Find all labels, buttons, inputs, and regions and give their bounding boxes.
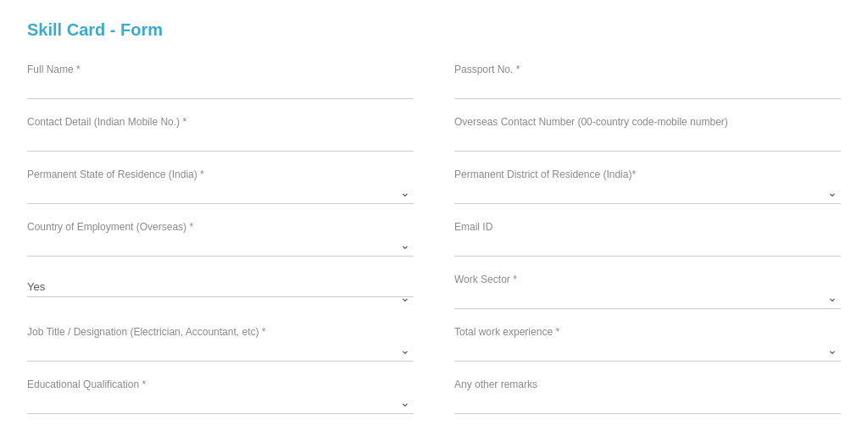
- permanent-district-field: Permanent District of Residence (India)*…: [454, 169, 841, 204]
- permanent-state-label: Permanent State of Residence (India) *: [27, 169, 414, 180]
- job-title-label: Job Title / Designation (Electrician, Ac…: [27, 326, 414, 338]
- overseas-contact-label: Overseas Contact Number (00-country code…: [454, 116, 841, 128]
- permanent-district-select[interactable]: [454, 184, 841, 204]
- educational-qual-label: Educational Qualification *: [27, 379, 414, 390]
- yes-field: Yes ⌄: [27, 274, 414, 309]
- passport-no-field: Passport No. *: [454, 64, 841, 99]
- any-remarks-field: Any other remarks: [454, 379, 841, 414]
- country-employment-select[interactable]: [27, 236, 414, 257]
- passport-no-input[interactable]: [454, 79, 841, 99]
- work-sector-field: Work Sector * ⌄: [454, 274, 841, 309]
- country-employment-field: Country of Employment (Overseas) * ⌄: [27, 221, 414, 257]
- permanent-state-select[interactable]: [27, 184, 414, 204]
- contact-detail-field: Contact Detail (Indian Mobile No.) *: [27, 116, 414, 152]
- educational-qual-field: Educational Qualification * ⌄: [27, 379, 414, 414]
- email-id-field: Email ID: [454, 221, 841, 257]
- permanent-state-field: Permanent State of Residence (India) * ⌄: [27, 169, 414, 204]
- permanent-district-label: Permanent District of Residence (India)*: [454, 169, 841, 180]
- any-remarks-label: Any other remarks: [454, 379, 841, 390]
- educational-qual-select[interactable]: [27, 394, 414, 414]
- contact-detail-input[interactable]: [27, 131, 414, 152]
- form-grid: Full Name * Passport No. * Contact Detai…: [27, 64, 841, 431]
- email-id-input[interactable]: [454, 236, 841, 257]
- work-sector-select[interactable]: [454, 289, 841, 309]
- full-name-input[interactable]: [27, 79, 414, 99]
- job-title-field: Job Title / Designation (Electrician, Ac…: [27, 326, 414, 362]
- work-sector-label: Work Sector *: [454, 274, 841, 285]
- country-employment-label: Country of Employment (Overseas) *: [27, 221, 414, 233]
- overseas-contact-field: Overseas Contact Number (00-country code…: [454, 116, 841, 152]
- full-name-label: Full Name *: [27, 64, 414, 75]
- overseas-contact-input[interactable]: [454, 131, 841, 152]
- email-id-label: Email ID: [454, 221, 841, 233]
- yes-select[interactable]: Yes: [27, 277, 414, 297]
- page-title: Skill Card - Form: [27, 20, 841, 40]
- page-wrapper: Skill Card - Form Full Name * Passport N…: [0, 0, 868, 431]
- total-work-exp-label: Total work experience *: [454, 326, 841, 338]
- total-work-exp-select[interactable]: [454, 341, 841, 362]
- any-remarks-input[interactable]: [454, 394, 841, 414]
- contact-detail-label: Contact Detail (Indian Mobile No.) *: [27, 116, 414, 128]
- job-title-select[interactable]: [27, 341, 414, 362]
- passport-no-label: Passport No. *: [454, 64, 841, 75]
- full-name-field: Full Name *: [27, 64, 414, 99]
- total-work-exp-field: Total work experience * ⌄: [454, 326, 841, 362]
